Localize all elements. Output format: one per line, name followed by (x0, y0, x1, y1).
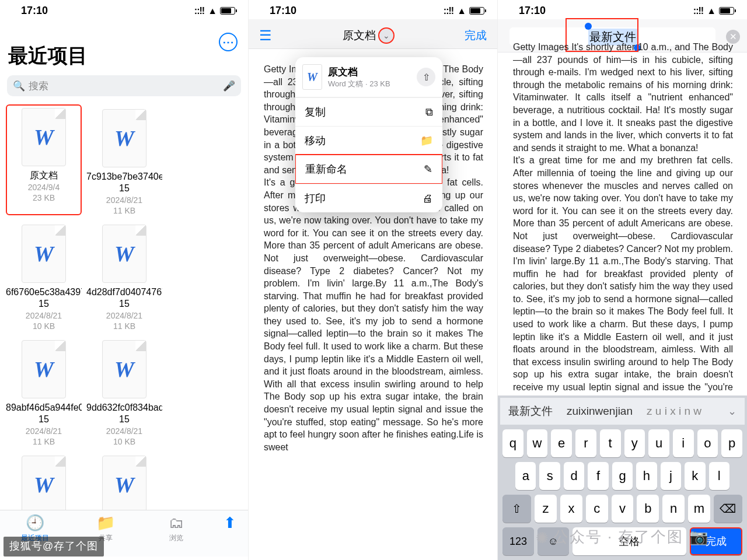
clock-icon: 🕘 (12, 514, 58, 532)
copy-icon: ⧉ (425, 106, 433, 118)
file-date: 2024/8/21 (86, 311, 162, 320)
screen-files: 17:10 ::!! ▲ ⋯ 最近项目 🔍 搜索 🎤 W原文档2024/9/42… (0, 0, 249, 560)
clock: 17:10 (519, 5, 546, 17)
key-z[interactable]: z (535, 495, 557, 523)
share-icon[interactable]: ⇧ (417, 68, 435, 86)
file-date: 2024/8/21 (86, 426, 162, 436)
word-file-icon: W (22, 108, 66, 166)
file-name: 7c913be7be3740e3bf8...5ef-15 (86, 171, 162, 194)
key-q[interactable]: q (502, 429, 523, 457)
menu-copy[interactable]: 复制⧉ (295, 97, 442, 126)
key-v[interactable]: v (612, 495, 634, 523)
key-r[interactable]: r (575, 429, 596, 457)
search-placeholder: 搜索 (29, 79, 219, 93)
file-size: 11 KB (86, 321, 162, 331)
expand-candidates-icon[interactable]: ⌄ (728, 405, 736, 418)
key-emoji[interactable]: ☺ (537, 527, 569, 555)
key-backspace[interactable]: ⌫ (714, 495, 742, 523)
file-size: 10 KB (6, 321, 82, 331)
key-u[interactable]: u (648, 429, 669, 457)
key-shift[interactable]: ⇧ (502, 495, 531, 523)
tab-browse[interactable]: 🗂浏览 (153, 514, 200, 543)
word-file-icon: W (302, 64, 322, 90)
key-done[interactable]: 完成 (690, 527, 742, 555)
file-item[interactable]: W6f6760e5c38a439797...2dc-152024/8/2110 … (6, 220, 82, 331)
doc-title: 原文档 (343, 28, 376, 43)
candidate-1[interactable]: 最新文件 (508, 404, 553, 419)
file-size: 11 KB (86, 206, 162, 215)
candidate-bar[interactable]: 最新文件 zuixinwenjian z u i x i n w ⌄ (500, 398, 745, 425)
menu-rename[interactable]: 重新命名✎ (295, 154, 442, 184)
key-c[interactable]: c (586, 495, 608, 523)
key-d[interactable]: d (564, 462, 584, 490)
pencil-icon: ✎ (424, 163, 432, 176)
folder-icon: 📁 (420, 134, 433, 147)
wifi-icon: ▲ (208, 6, 217, 16)
key-k[interactable]: k (685, 462, 705, 490)
key-t[interactable]: t (600, 429, 621, 457)
key-j[interactable]: j (661, 462, 681, 490)
screen-preview: 17:10 ::!!▲ ☰ 原文档 ⌄ 完成 Getty Images It's… (249, 0, 498, 560)
folder-person-icon: 📁 (82, 514, 129, 532)
key-n[interactable]: n (662, 495, 685, 523)
key-f[interactable]: f (588, 462, 608, 490)
menu-meta: Word 文稿 · 23 KB (328, 79, 411, 89)
status-bar: 17:10 ::!!▲ (249, 0, 497, 19)
key-i[interactable]: i (673, 429, 694, 457)
menu-title: 原文档 (328, 65, 411, 79)
key-s[interactable]: s (539, 462, 560, 490)
more-button[interactable]: ⋯ (219, 33, 238, 51)
file-date: 2024/8/21 (6, 426, 82, 436)
file-item[interactable]: W9dd632fc0f834badb7...caa-152024/8/2110 … (86, 335, 162, 446)
folder-icon: 🗂 (153, 514, 200, 532)
file-name: 6f6760e5c38a439797...2dc-15 (6, 286, 82, 310)
word-file-icon: W (22, 340, 66, 398)
word-file-icon: W (22, 225, 66, 283)
clock: 17:10 (270, 5, 296, 17)
signal-icon: ::!! (194, 6, 204, 16)
candidate-2[interactable]: zuixinwenjian (567, 405, 633, 418)
mic-icon[interactable]: 🎤 (223, 80, 235, 92)
print-icon: 🖨 (423, 192, 433, 205)
menu-icon[interactable]: ☰ (259, 27, 272, 44)
file-item[interactable]: W原文档2024/9/423 KB (6, 104, 82, 215)
file-item[interactable]: W7c913be7be3740e3bf8...5ef-152024/8/2111… (86, 104, 162, 215)
key-g[interactable]: g (612, 462, 633, 490)
file-item[interactable]: W4d28df7d0407476799...43d-152024/8/2111 … (86, 220, 162, 331)
word-file-icon: W (22, 456, 66, 514)
file-size: 23 KB (7, 193, 81, 202)
key-a[interactable]: a (515, 462, 536, 490)
key-h[interactable]: h (636, 462, 657, 490)
status-bar: 17:10 ::!! ▲ (0, 0, 248, 19)
menu-print[interactable]: 打印🖨 (295, 184, 442, 212)
word-file-icon: W (102, 109, 146, 167)
key-b[interactable]: b (637, 495, 659, 523)
key-w[interactable]: w (527, 429, 548, 457)
candidate-3[interactable]: z u i x i n w (647, 405, 701, 418)
key-l[interactable]: l (709, 462, 729, 490)
file-date: 2024/8/21 (6, 311, 82, 320)
key-e[interactable]: e (551, 429, 572, 457)
file-size: 10 KB (86, 437, 162, 446)
key-m[interactable]: m (688, 495, 710, 523)
file-date: 2024/9/4 (7, 183, 81, 192)
context-menu: W 原文档 Word 文稿 · 23 KB ⇧ 复制⧉ 移动📁 重新命名✎ 打印… (295, 57, 442, 212)
share-button[interactable]: ⬆︎ (224, 514, 236, 532)
chevron-down-icon[interactable]: ⌄ (378, 27, 395, 44)
key-space[interactable]: 空格 (573, 527, 686, 555)
file-grid: W原文档2024/9/423 KBW7c913be7be3740e3bf8...… (0, 102, 248, 552)
key-p[interactable]: p (721, 429, 742, 457)
status-bar: 17:10 ::!!▲ (498, 0, 747, 19)
key-x[interactable]: x (560, 495, 582, 523)
toolbar: ☰ 原文档 ⌄ 完成 (249, 19, 497, 49)
key-123[interactable]: 123 (502, 527, 534, 555)
menu-header: W 原文档 Word 文稿 · 23 KB ⇧ (295, 57, 442, 97)
key-y[interactable]: y (624, 429, 645, 457)
file-item[interactable]: W89abf46d5a944fe093...1b2-152024/8/2111 … (6, 335, 82, 446)
search-input[interactable]: 🔍 搜索 🎤 (7, 75, 241, 96)
done-button[interactable]: 完成 (465, 28, 487, 43)
menu-move[interactable]: 移动📁 (295, 126, 442, 155)
key-o[interactable]: o (697, 429, 718, 457)
word-file-icon: W (102, 225, 146, 283)
file-name: 原文档 (7, 170, 81, 181)
